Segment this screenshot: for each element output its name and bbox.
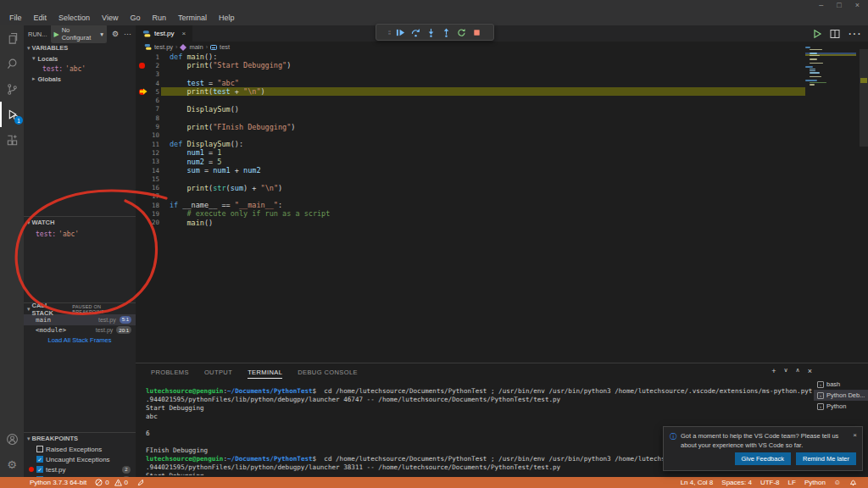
- terminal-session-python[interactable]: ›Python: [814, 401, 868, 412]
- panel-tab-problems[interactable]: PROBLEMS: [151, 365, 189, 379]
- menu-go[interactable]: Go: [124, 12, 146, 24]
- variables-header[interactable]: ▾ VARIABLES: [24, 42, 136, 53]
- code-line[interactable]: 15: [136, 175, 868, 183]
- run-debug-icon[interactable]: 1: [0, 102, 24, 127]
- code-line[interactable]: 1def main():: [136, 53, 868, 61]
- gutter[interactable]: [136, 183, 147, 191]
- breadcrumb-file[interactable]: test.py: [154, 43, 173, 51]
- scrollbar[interactable]: [860, 49, 868, 147]
- code-line[interactable]: 19 # execute only if run as a script: [136, 209, 868, 218]
- chevron-down-icon[interactable]: ∨: [783, 367, 787, 375]
- search-icon[interactable]: [0, 51, 24, 76]
- watch-item[interactable]: test: 'abc': [24, 228, 136, 240]
- code-line[interactable]: 13 num2 = 5: [136, 158, 868, 166]
- gutter[interactable]: [136, 201, 147, 209]
- restore-icon[interactable]: □: [837, 1, 841, 9]
- debug-config-dropdown[interactable]: ▶ No Configurat ▾: [51, 25, 107, 43]
- breakpoint-exception-row[interactable]: Raised Exceptions: [24, 444, 136, 454]
- python-interpreter-item[interactable]: Python 3.7.3 64-bit: [25, 477, 91, 488]
- gutter[interactable]: [136, 96, 147, 104]
- bell-icon[interactable]: [845, 477, 861, 488]
- menu-file[interactable]: File: [3, 12, 28, 24]
- gutter[interactable]: [136, 158, 147, 166]
- more-actions-icon[interactable]: ···: [124, 30, 131, 38]
- code-line[interactable]: 14 sum = num1 + num2: [136, 166, 868, 175]
- breakpoints-header[interactable]: ▾ BREAKPOINTS: [24, 433, 136, 444]
- encoding-item[interactable]: UTF-8: [756, 477, 784, 488]
- code-line[interactable]: 17: [136, 192, 868, 201]
- code-line[interactable]: 10: [136, 131, 868, 140]
- panel-tab-debug-console[interactable]: DEBUG CONSOLE: [298, 365, 358, 379]
- gutter[interactable]: [136, 79, 147, 87]
- variable-item[interactable]: test: 'abc': [24, 64, 136, 74]
- cursor-position-item[interactable]: Ln 4, Col 8: [676, 477, 718, 488]
- maximize-panel-icon[interactable]: ∧: [796, 367, 800, 375]
- tab-test-py[interactable]: test.py ×: [136, 25, 192, 42]
- breakpoint-icon[interactable]: [139, 63, 145, 69]
- load-all-stack-frames-link[interactable]: Load All Stack Frames: [24, 336, 136, 346]
- step-out-icon[interactable]: [442, 28, 451, 37]
- terminal-session-bash[interactable]: ›bash: [814, 379, 868, 390]
- code-line[interactable]: 5 print(test + "\n"): [136, 87, 868, 96]
- watch-header[interactable]: ▾ WATCH: [24, 217, 136, 228]
- indentation-item[interactable]: Spaces: 4: [717, 477, 756, 488]
- locals-group[interactable]: ▾ Locals: [24, 53, 136, 64]
- gutter[interactable]: [136, 219, 147, 227]
- minimap[interactable]: [805, 47, 856, 89]
- feedback-smiley-icon[interactable]: ☺: [830, 477, 845, 488]
- panel-tab-terminal[interactable]: TERMINAL: [248, 365, 282, 379]
- code-line[interactable]: 11def DisplaySum():: [136, 140, 868, 148]
- gutter[interactable]: [136, 166, 147, 175]
- gutter[interactable]: [136, 209, 147, 218]
- language-mode-item[interactable]: Python: [800, 477, 830, 488]
- code-line[interactable]: 4 test = "abc": [136, 79, 868, 87]
- new-terminal-icon[interactable]: +: [771, 367, 776, 375]
- gutter[interactable]: [136, 148, 147, 157]
- gutter[interactable]: [136, 131, 147, 140]
- menu-help[interactable]: Help: [213, 12, 241, 24]
- give-feedback-button[interactable]: Give Feedback: [735, 452, 791, 465]
- globals-group[interactable]: ▸ Globals: [24, 74, 136, 84]
- gutter[interactable]: [136, 53, 147, 61]
- restart-icon[interactable]: [457, 28, 466, 37]
- settings-gear-icon[interactable]: ⚙: [0, 452, 24, 477]
- drag-handle-icon[interactable]: ⁞⁞: [388, 29, 390, 36]
- explorer-icon[interactable]: [0, 25, 24, 51]
- gutter[interactable]: [136, 70, 147, 79]
- call-stack-header[interactable]: ▾ CALL STACK PAUSED ON BREAKPOINT: [24, 303, 136, 314]
- menu-view[interactable]: View: [96, 12, 124, 24]
- stop-icon[interactable]: [472, 28, 481, 37]
- step-into-icon[interactable]: [426, 28, 436, 37]
- source-control-icon[interactable]: [0, 76, 24, 102]
- breadcrumb-symbol-test[interactable]: test: [220, 43, 230, 51]
- breakpoint-exception-row[interactable]: ✓Uncaught Exceptions: [24, 454, 136, 464]
- code-line[interactable]: 3: [136, 70, 868, 79]
- menu-run[interactable]: Run: [146, 12, 172, 24]
- step-over-icon[interactable]: [411, 28, 420, 37]
- gutter[interactable]: [136, 140, 147, 148]
- gutter[interactable]: [136, 192, 147, 201]
- menu-terminal[interactable]: Terminal: [172, 12, 213, 24]
- account-icon[interactable]: [0, 426, 24, 452]
- code-line[interactable]: 8: [136, 114, 868, 122]
- code-line[interactable]: 16 print(str(sum) + "\n"): [136, 183, 868, 191]
- split-editor-icon[interactable]: [830, 29, 840, 39]
- checkbox[interactable]: ✓: [36, 466, 43, 473]
- rocket-icon[interactable]: [132, 477, 148, 488]
- breadcrumb-symbol-main[interactable]: main: [189, 43, 203, 51]
- code-line[interactable]: 12 num1 = 1: [136, 148, 868, 157]
- close-icon[interactable]: ×: [853, 431, 857, 439]
- checkbox[interactable]: [36, 446, 43, 452]
- terminal-session-python-deb-[interactable]: ›Python Deb...: [814, 390, 868, 401]
- gutter[interactable]: [136, 105, 147, 114]
- extensions-icon[interactable]: [0, 127, 24, 152]
- close-icon[interactable]: ×: [855, 1, 860, 9]
- code-line[interactable]: 20 main(): [136, 219, 868, 227]
- run-python-file-icon[interactable]: [812, 29, 822, 39]
- checkbox[interactable]: ✓: [36, 456, 43, 463]
- stack-frame[interactable]: maintest.py5:1: [24, 314, 136, 325]
- problems-item[interactable]: 0 0: [91, 477, 132, 488]
- menu-selection[interactable]: Selection: [53, 12, 96, 24]
- gutter[interactable]: [136, 61, 147, 69]
- gutter[interactable]: [136, 87, 147, 96]
